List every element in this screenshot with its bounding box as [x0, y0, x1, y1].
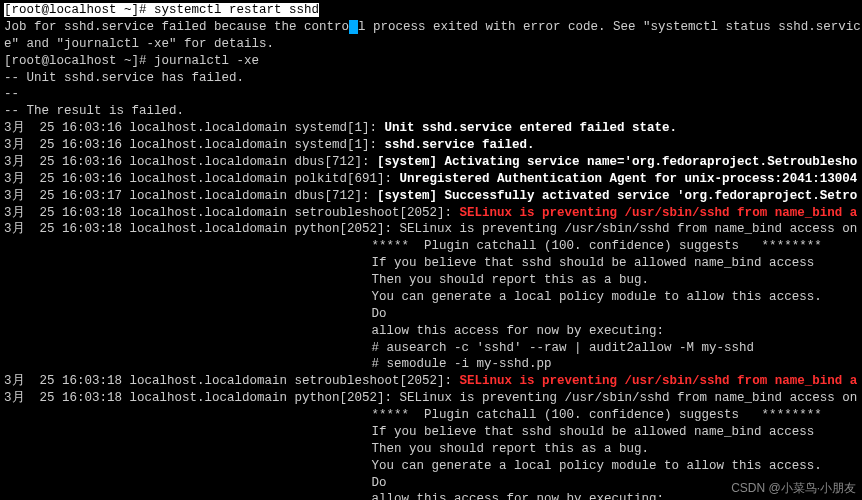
terminal-line: allow this access for now by executing:: [4, 491, 858, 500]
terminal-line: Do: [4, 475, 858, 492]
terminal-line: 3月 25 16:03:18 localhost.localdomain pyt…: [4, 221, 858, 238]
terminal-line: [root@localhost ~]# systemctl restart ss…: [4, 2, 858, 19]
terminal-line: # semodule -i my-sshd.pp: [4, 356, 858, 373]
terminal-line: --: [4, 86, 858, 103]
terminal-line: Job for sshd.service failed because the …: [4, 19, 858, 36]
watermark: CSDN @小菜鸟·小朋友: [731, 480, 856, 496]
terminal-output[interactable]: [root@localhost ~]# systemctl restart ss…: [4, 2, 858, 500]
terminal-line: e" and "journalctl -xe" for details.: [4, 36, 858, 53]
terminal-line: Then you should report this as a bug.: [4, 272, 858, 289]
terminal-line: 3月 25 16:03:17 localhost.localdomain dbu…: [4, 188, 858, 205]
terminal-line: 3月 25 16:03:18 localhost.localdomain set…: [4, 373, 858, 390]
terminal-line: 3月 25 16:03:16 localhost.localdomain sys…: [4, 120, 858, 137]
terminal-line: You can generate a local policy module t…: [4, 458, 858, 475]
terminal-line: 3月 25 16:03:16 localhost.localdomain dbu…: [4, 154, 858, 171]
terminal-line: ***** Plugin catchall (100. confidence) …: [4, 238, 858, 255]
terminal-line: 3月 25 16:03:16 localhost.localdomain pol…: [4, 171, 858, 188]
terminal-line: Do: [4, 306, 858, 323]
terminal-line: If you believe that sshd should be allow…: [4, 255, 858, 272]
terminal-line: -- Unit sshd.service has failed.: [4, 70, 858, 87]
terminal-line: ***** Plugin catchall (100. confidence) …: [4, 407, 858, 424]
terminal-line: allow this access for now by executing:: [4, 323, 858, 340]
cursor: [349, 20, 358, 34]
terminal-line: If you believe that sshd should be allow…: [4, 424, 858, 441]
terminal-line: 3月 25 16:03:18 localhost.localdomain set…: [4, 205, 858, 222]
terminal-line: 3月 25 16:03:18 localhost.localdomain pyt…: [4, 390, 858, 407]
terminal-line: You can generate a local policy module t…: [4, 289, 858, 306]
terminal-line: 3月 25 16:03:16 localhost.localdomain sys…: [4, 137, 858, 154]
terminal-line: [root@localhost ~]# journalctl -xe: [4, 53, 858, 70]
terminal-line: Then you should report this as a bug.: [4, 441, 858, 458]
terminal-line: -- The result is failed.: [4, 103, 858, 120]
terminal-line: # ausearch -c 'sshd' --raw | audit2allow…: [4, 340, 858, 357]
